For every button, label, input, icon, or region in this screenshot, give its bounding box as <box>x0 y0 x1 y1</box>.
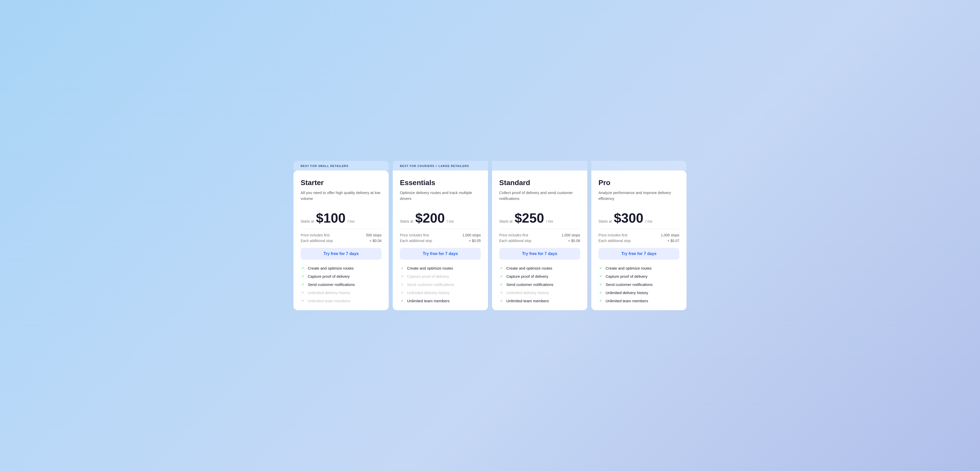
cross-icon: ✕ <box>301 298 305 303</box>
plan-card-standard: Standard Collect proof of delivery and s… <box>492 170 587 310</box>
pricing-wrapper: BEST FOR SMALL RETAILERS Starter All you… <box>293 161 687 310</box>
additional-stop-row-standard: Each additional stop + $0.06 <box>499 239 580 243</box>
check-icon: ✓ <box>499 298 504 303</box>
starts-at-label-starter: Starts at <box>301 219 314 223</box>
additional-stop-value-starter: + $0.04 <box>369 239 382 243</box>
feature-item: ✓ Create and optimize routes <box>301 266 382 271</box>
price-amount-starter: $100 <box>316 212 345 224</box>
additional-stop-row-pro: Each additional stop + $0.07 <box>598 239 679 243</box>
check-icon: ✓ <box>400 266 404 271</box>
additional-stop-row-starter: Each additional stop + $0.04 <box>301 239 382 243</box>
feature-item: ✓ Unlimited team members <box>499 298 580 303</box>
plan-name-essentials: Essentials <box>400 179 481 187</box>
plan-column-essentials: BEST FOR COURIERS + LARGE RETAILERS Esse… <box>393 161 488 310</box>
price-period-standard: / mo <box>546 219 553 223</box>
starts-at-label-essentials: Starts at <box>400 219 413 223</box>
plan-card-essentials: Essentials Optimize delivery routes and … <box>393 170 488 310</box>
additional-stop-label-starter: Each additional stop <box>301 239 333 243</box>
pricing-section-standard: Starts at $250 / mo <box>499 212 580 224</box>
price-details-standard: Price includes first 1,000 stops Each ad… <box>499 233 580 243</box>
check-icon: ✓ <box>301 282 305 287</box>
divider-starter <box>301 229 382 229</box>
plan-description-pro: Analyze performance and improve delivery… <box>598 190 679 205</box>
cross-icon: ✕ <box>499 290 504 295</box>
badge-small-retailers-text: BEST FOR SMALL RETAILERS <box>301 164 348 167</box>
divider-essentials <box>400 229 481 229</box>
starts-at-label-pro: Starts at <box>598 219 612 223</box>
feature-label: Unlimited delivery history <box>506 291 549 295</box>
divider-standard <box>499 229 580 229</box>
additional-stop-label-standard: Each additional stop <box>499 239 531 243</box>
plan-name-standard: Standard <box>499 179 580 187</box>
check-icon: ✓ <box>499 282 504 287</box>
additional-stop-label-essentials: Each additional stop <box>400 239 432 243</box>
plan-column-standard: PLACEHOLDER Standard Collect proof of de… <box>492 161 587 310</box>
badge-standard-spacer: PLACEHOLDER <box>492 161 587 170</box>
check-icon: ✓ <box>598 298 603 303</box>
feature-item: ✓ Capture proof of delivery <box>499 274 580 278</box>
check-icon: ✓ <box>598 266 603 271</box>
price-period-starter: / mo <box>348 219 355 223</box>
feature-label: Capture proof of delivery <box>506 274 548 278</box>
starts-at-label-standard: Starts at <box>499 219 512 223</box>
feature-item: ✕ Unlimited team members <box>301 298 382 303</box>
feature-label: Send customer notifications <box>606 282 652 287</box>
cta-button-pro[interactable]: Try free for 7 days <box>598 248 679 259</box>
price-details-essentials: Price includes first 1,000 stops Each ad… <box>400 233 481 243</box>
plan-name-pro: Pro <box>598 179 679 187</box>
plan-name-starter: Starter <box>301 179 382 187</box>
plan-description-essentials: Optimize delivery routes and track multi… <box>400 190 481 205</box>
price-amount-pro: $300 <box>614 212 643 224</box>
pricing-section-essentials: Starts at $200 / mo <box>400 212 481 224</box>
cta-button-starter[interactable]: Try free for 7 days <box>301 248 382 259</box>
cta-button-standard[interactable]: Try free for 7 days <box>499 248 580 259</box>
plan-card-starter: Starter All you need to offer high quali… <box>293 170 389 310</box>
price-period-pro: / mo <box>646 219 652 223</box>
feature-item: ✓ Send customer notifications <box>499 282 580 287</box>
features-list-essentials: ✓ Create and optimize routes ✕ Capture p… <box>400 266 481 303</box>
feature-label: Create and optimize routes <box>606 266 652 271</box>
additional-stop-value-standard: + $0.06 <box>568 239 580 243</box>
check-icon: ✓ <box>499 266 504 271</box>
feature-item: ✓ Send customer notifications <box>301 282 382 287</box>
feature-label: Create and optimize routes <box>506 266 552 271</box>
price-includes-row-starter: Price includes first 500 stops <box>301 233 382 237</box>
additional-stop-label-pro: Each additional stop <box>598 239 631 243</box>
divider-pro <box>598 229 679 229</box>
cross-icon: ✕ <box>400 290 404 295</box>
feature-label: Send customer notifications <box>506 282 553 287</box>
price-amount-standard: $250 <box>514 212 544 224</box>
price-includes-label-pro: Price includes first <box>598 233 628 237</box>
additional-stop-row-essentials: Each additional stop + $0.05 <box>400 239 481 243</box>
cta-button-essentials[interactable]: Try free for 7 days <box>400 248 481 259</box>
feature-label: Send customer notifications <box>308 282 355 287</box>
plan-column-pro: PLACEHOLDER Pro Analyze performance and … <box>591 161 687 310</box>
badge-couriers-large: BEST FOR COURIERS + LARGE RETAILERS <box>393 161 488 170</box>
feature-label: Capture proof of delivery <box>407 274 449 278</box>
price-includes-value-standard: 1,000 stops <box>562 233 580 237</box>
check-icon: ✓ <box>598 290 603 295</box>
price-includes-label-starter: Price includes first <box>301 233 330 237</box>
additional-stop-value-pro: + $0.07 <box>667 239 679 243</box>
price-includes-row-essentials: Price includes first 1,000 stops <box>400 233 481 237</box>
price-includes-value-essentials: 1,000 stops <box>463 233 481 237</box>
feature-label: Unlimited delivery history <box>606 291 648 295</box>
check-icon: ✓ <box>598 282 603 287</box>
price-includes-label-essentials: Price includes first <box>400 233 429 237</box>
feature-item: ✕ Capture proof of delivery <box>400 274 481 278</box>
plan-card-pro: Pro Analyze performance and improve deli… <box>591 170 687 310</box>
feature-label: Unlimited team members <box>606 299 648 303</box>
feature-item: ✓ Unlimited delivery history <box>598 290 679 295</box>
feature-item: ✓ Create and optimize routes <box>598 266 679 271</box>
feature-item: ✕ Unlimited delivery history <box>400 290 481 295</box>
feature-label: Unlimited team members <box>506 299 549 303</box>
feature-item: ✕ Unlimited delivery history <box>499 290 580 295</box>
pricing-section-pro: Starts at $300 / mo <box>598 212 679 224</box>
feature-item: ✓ Capture proof of delivery <box>598 274 679 278</box>
badge-small-retailers: BEST FOR SMALL RETAILERS <box>293 161 389 170</box>
check-icon: ✓ <box>301 266 305 271</box>
pricing-section-starter: Starts at $100 / mo <box>301 212 382 224</box>
pricing-grid: BEST FOR SMALL RETAILERS Starter All you… <box>293 161 687 310</box>
badge-couriers-text: BEST FOR COURIERS + LARGE RETAILERS <box>400 164 469 167</box>
check-icon: ✓ <box>400 298 404 303</box>
